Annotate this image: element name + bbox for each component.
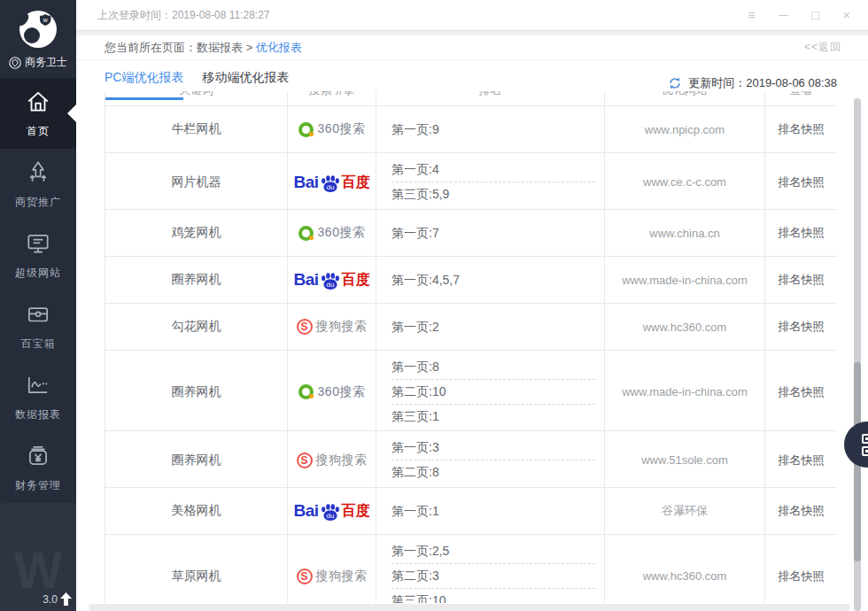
last-login-text: 上次登录时间：2019-08-08 11:28:27	[97, 8, 270, 23]
table-row: 勾花网机S搜狗搜索第一页:2www.hc360.com排名快照	[105, 304, 837, 351]
update-time-text: 更新时间：2019-08-06 08:38	[688, 75, 837, 91]
table-row: 网片机器Baidu百度第一页:4第三页:5,9www.ce.c-c.com排名快…	[105, 153, 837, 210]
engine-cell: S搜狗搜索	[288, 304, 376, 350]
svg-text:du: du	[326, 281, 334, 289]
keyword-cell: 圈养网机	[105, 351, 288, 433]
minimize-icon[interactable]: ─	[779, 9, 787, 21]
engine-cell: 360搜索	[288, 351, 376, 433]
table-row: 牛栏网机360搜索第一页:9www.npicp.com排名快照	[105, 106, 837, 153]
sidebar-nav: 首页商贸推广超级网站百宝箱数据报表财务管理	[0, 78, 76, 503]
rank-entry: 第一页:1	[391, 500, 595, 522]
close-icon[interactable]: ×	[843, 9, 850, 21]
horizontal-scrollbar[interactable]	[89, 604, 850, 611]
keyword-cell: 鸡笼网机	[105, 210, 288, 256]
snapshot-link[interactable]: 排名快照	[765, 488, 837, 534]
snapshot-link[interactable]: 排名快照	[765, 304, 837, 350]
upgrade-arrow-icon[interactable]	[60, 592, 72, 606]
site-cell: www.hc360.com	[605, 535, 765, 603]
engine-cell: Baidu百度	[288, 488, 376, 534]
sidebar-item-label: 超级网站	[15, 266, 61, 281]
rank-entry: 第一页:9	[391, 119, 595, 141]
ranking-table: 关键词搜索引擎排名优化网站查看牛栏网机360搜索第一页:9www.npicp.c…	[105, 91, 837, 603]
rank-entry: 第二页:3	[391, 565, 595, 587]
table-row: 美格网机Baidu百度第一页:1谷瀑环保排名快照	[105, 488, 837, 535]
rank-cell: 第一页:8第二页:10第三页:1	[376, 351, 605, 433]
snapshot-link[interactable]: 排名快照	[765, 106, 837, 152]
sogou-s-icon: S	[297, 452, 313, 468]
site-cell: www.made-in-china.com	[605, 257, 765, 303]
sidebar-item-home[interactable]: 首页	[0, 78, 76, 149]
maximize-icon[interactable]: □	[811, 9, 818, 21]
site-cell: www.hc360.com	[605, 304, 765, 350]
engine-cell: S搜狗搜索	[288, 535, 376, 603]
keyword-cell: 牛栏网机	[105, 106, 288, 152]
breadcrumb-prefix: 您当前所在页面：	[105, 41, 197, 54]
menu-icon[interactable]: ≡	[748, 9, 755, 21]
rank-entry: 第一页:2	[391, 316, 595, 338]
engine-cell: S搜狗搜索	[288, 431, 376, 489]
sogou-logo: S搜狗搜索	[297, 452, 368, 468]
sidebar-item-toolbox[interactable]: 百宝箱	[0, 290, 76, 361]
rank-entry: 第三页:1	[391, 406, 595, 428]
rank-entry: 第三页:5,9	[391, 183, 595, 205]
table-header-row: 关键词搜索引擎排名优化网站查看	[105, 91, 837, 106]
360-search-logo: 360搜索	[298, 225, 366, 241]
360-ring-icon	[298, 226, 314, 241]
table-row: 鸡笼网机360搜索第一页:7www.china.cn排名快照	[105, 210, 837, 257]
sidebar-item-report[interactable]: 数据报表	[0, 361, 76, 432]
table-row: 圈养网机Baidu百度第一页:4,5,7www.made-in-china.co…	[105, 257, 837, 304]
website-icon	[25, 230, 51, 260]
breadcrumb-current[interactable]: 优化报表	[256, 41, 302, 54]
sidebar-item-label: 商贸推广	[15, 195, 61, 210]
main-area: 上次登录时间：2019-08-08 11:28:27 ≡ ─ □ × 您当前所在…	[76, 0, 868, 611]
toolbox-icon	[25, 301, 51, 331]
rank-cell: 第一页:4第三页:5,9	[376, 153, 605, 211]
svg-text:du: du	[326, 183, 334, 191]
sidebar-item-finance[interactable]: 财务管理	[0, 432, 76, 503]
rank-entry: 第二页:10	[391, 381, 595, 403]
shield-badge-icon	[9, 57, 21, 69]
brand-name: 商务卫士	[25, 55, 67, 70]
sidebar-item-label: 百宝箱	[21, 336, 56, 352]
breadcrumb: 您当前所在页面：数据报表 > 优化报表	[105, 40, 302, 56]
baidu-logo: Baidu百度	[293, 173, 369, 192]
rank-cell: 第一页:2	[376, 304, 605, 350]
sidebar-item-label: 首页	[27, 124, 50, 139]
vertical-scrollbar[interactable]	[854, 98, 861, 611]
site-cell: www.ce.c-c.com	[605, 153, 765, 211]
rank-entry: 第一页:4	[391, 159, 595, 181]
qr-code-floating-badge[interactable]	[844, 422, 868, 468]
keyword-cell: 圈养网机	[105, 431, 288, 489]
table-viewport: 关键词搜索引擎排名优化网站查看牛栏网机360搜索第一页:9www.npicp.c…	[105, 91, 837, 603]
rank-entry: 第一页:4,5,7	[391, 269, 595, 291]
sogou-s-icon: S	[297, 319, 313, 335]
snapshot-link[interactable]: 排名快照	[765, 535, 837, 603]
snapshot-link[interactable]: 排名快照	[765, 153, 837, 211]
home-icon	[25, 89, 51, 119]
snapshot-link[interactable]: 排名快照	[765, 351, 837, 433]
sidebar-item-website[interactable]: 超级网站	[0, 220, 76, 290]
baidu-paw-icon: du	[320, 272, 341, 290]
baidu-logo: Baidu百度	[293, 501, 369, 521]
snapshot-link[interactable]: 排名快照	[765, 257, 837, 303]
report-icon	[25, 372, 51, 402]
sogou-logo: S搜狗搜索	[297, 568, 368, 584]
table-row: 草原网机S搜狗搜索第一页:2,5第二页:3第三页:10www.hc360.com…	[105, 535, 837, 603]
watermark-letter: W	[14, 540, 63, 599]
keyword-cell: 圈养网机	[105, 257, 288, 303]
finance-icon	[25, 443, 51, 473]
360-search-logo: 360搜索	[298, 121, 366, 137]
engine-cell: 360搜索	[288, 210, 376, 256]
title-bar: 上次登录时间：2019-08-08 11:28:27 ≡ ─ □ ×	[76, 0, 868, 31]
back-link[interactable]: <<返回	[804, 40, 841, 55]
rank-entry: 第一页:3	[391, 437, 595, 459]
brand-logo-area: w 商务卫士	[0, 0, 76, 70]
360-ring-icon	[298, 384, 314, 399]
rank-cell: 第一页:7	[376, 210, 605, 256]
snapshot-link[interactable]: 排名快照	[765, 210, 837, 256]
breadcrumb-section[interactable]: 数据报表	[197, 41, 243, 54]
sidebar-item-promote[interactable]: 商贸推广	[0, 149, 76, 220]
rank-cell: 第一页:2,5第二页:3第三页:10	[376, 535, 605, 603]
snapshot-link[interactable]: 排名快照	[765, 431, 837, 489]
refresh-icon[interactable]	[668, 76, 682, 90]
